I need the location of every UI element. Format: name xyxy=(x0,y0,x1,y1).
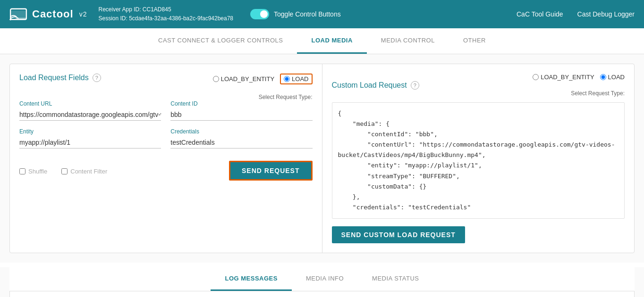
custom-load-panel: Custom Load Request ? LOAD_BY_ENTITY LOA… xyxy=(322,64,635,253)
radio-load-left[interactable]: LOAD xyxy=(284,75,308,82)
entity-input[interactable] xyxy=(19,137,161,148)
svg-rect-3 xyxy=(16,18,26,20)
content-url-label: Content URL xyxy=(19,100,161,107)
receiver-app-id: Receiver App ID: CC1AD845 xyxy=(98,5,233,14)
content-url-content-id-group: Content URL Content ID xyxy=(19,100,313,121)
app-header: Cactoolv2 Receiver App ID: CC1AD845 Sess… xyxy=(0,0,644,28)
tab-media-control[interactable]: MEDIA CONTROL xyxy=(367,28,449,54)
session-id: Session ID: 5cdae4fa-32aa-4386-ba2c-9fac… xyxy=(98,14,233,23)
credentials-input[interactable] xyxy=(170,137,312,148)
logo-text: Cactool xyxy=(32,8,74,20)
entity-field: Entity xyxy=(19,128,161,148)
content-filter-checkbox[interactable] xyxy=(61,168,68,174)
json-editor[interactable]: { "media": { "contentId": "bbb", "conten… xyxy=(332,102,625,219)
cast-debug-logger-link[interactable]: Cast Debug Logger xyxy=(577,10,635,18)
radio-load-by-entity-left[interactable]: LOAD_BY_ENTITY xyxy=(213,75,274,82)
custom-load-title: Custom Load Request ? xyxy=(332,81,419,90)
content-id-label: Content ID xyxy=(170,100,312,107)
right-radio-row: LOAD_BY_ENTITY LOAD xyxy=(533,74,625,81)
credentials-field: Credentials xyxy=(170,128,312,148)
entity-credentials-group: Entity Credentials xyxy=(19,128,313,148)
radio-load-box-left: LOAD xyxy=(280,74,312,84)
select-request-type-left: Select Request Type: xyxy=(259,94,313,100)
main-nav: CAST CONNECT & LOGGER CONTROLS LOAD MEDI… xyxy=(0,28,644,54)
credentials-label: Credentials xyxy=(170,128,312,135)
load-request-help-icon[interactable]: ? xyxy=(93,74,101,82)
load-request-panel: Load Request Fields ? LOAD_BY_ENTITY LOA… xyxy=(10,64,322,253)
right-panel-header: Custom Load Request ? LOAD_BY_ENTITY LOA… xyxy=(332,74,625,97)
panels-row: Load Request Fields ? LOAD_BY_ENTITY LOA… xyxy=(9,64,635,253)
content-id-input[interactable] xyxy=(170,109,312,121)
send-request-button[interactable]: SEND REQUEST xyxy=(229,161,312,181)
checkbox-row: Shuffle Content Filter xyxy=(19,168,107,175)
left-radio-row: LOAD_BY_ENTITY LOAD xyxy=(213,74,313,84)
shuffle-checkbox-label[interactable]: Shuffle xyxy=(19,168,47,175)
tab-media-status[interactable]: MEDIA STATUS xyxy=(358,267,433,291)
tab-log-messages[interactable]: LOG MESSAGES xyxy=(211,267,291,291)
select-request-type-right: Select Request Type: xyxy=(571,90,625,97)
bottom-section: LOG MESSAGES MEDIA INFO MEDIA STATUS Cus… xyxy=(0,267,644,297)
right-radio-group: LOAD_BY_ENTITY LOAD Select Request Type: xyxy=(533,74,625,97)
content-url-field: Content URL xyxy=(19,100,161,121)
toggle-label: Toggle Control Buttons xyxy=(274,10,341,18)
bottom-content: Custom Tags: All Tags xyxy=(9,291,635,297)
shuffle-checkbox[interactable] xyxy=(19,168,25,174)
toggle-control-buttons[interactable] xyxy=(250,9,269,19)
bottom-tabs: LOG MESSAGES MEDIA INFO MEDIA STATUS xyxy=(9,267,635,291)
tab-media-info[interactable]: MEDIA INFO xyxy=(292,267,358,291)
content-url-input[interactable] xyxy=(19,109,161,121)
send-request-btn-wrap: SEND REQUEST xyxy=(229,161,312,181)
left-request-type: LOAD_BY_ENTITY LOAD Select Request Type: xyxy=(213,74,313,100)
content-id-field: Content ID xyxy=(170,100,312,121)
toggle-area: Toggle Control Buttons xyxy=(250,9,341,19)
tab-cast-connect[interactable]: CAST CONNECT & LOGGER CONTROLS xyxy=(144,28,297,54)
send-custom-load-request-button[interactable]: SEND CUSTOM LOAD REQUEST xyxy=(332,226,465,243)
tab-other[interactable]: OTHER xyxy=(449,28,500,54)
radio-load-by-entity-right[interactable]: LOAD_BY_ENTITY xyxy=(533,74,594,81)
entity-label: Entity xyxy=(19,128,161,135)
content-filter-checkbox-label[interactable]: Content Filter xyxy=(61,168,107,175)
tab-load-media[interactable]: LOAD MEDIA xyxy=(297,28,366,54)
app-logo: Cactoolv2 xyxy=(9,7,87,21)
radio-load-right[interactable]: LOAD xyxy=(600,74,625,81)
header-links: CaC Tool Guide Cast Debug Logger xyxy=(517,10,635,18)
custom-load-help-icon[interactable]: ? xyxy=(411,81,419,90)
svg-point-2 xyxy=(9,18,11,20)
svg-rect-1 xyxy=(10,11,26,18)
header-info: Receiver App ID: CC1AD845 Session ID: 5c… xyxy=(98,5,233,23)
cac-tool-guide-link[interactable]: CaC Tool Guide xyxy=(517,10,563,18)
logo-version: v2 xyxy=(79,10,87,18)
load-request-title: Load Request Fields ? xyxy=(19,74,101,82)
cast-logo-icon xyxy=(9,7,27,21)
main-content: Load Request Fields ? LOAD_BY_ENTITY LOA… xyxy=(0,54,644,263)
